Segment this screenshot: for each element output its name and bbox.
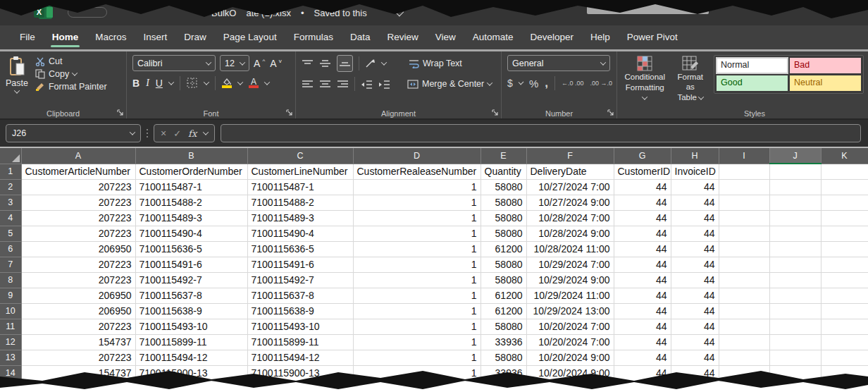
cancel-button[interactable]: × xyxy=(161,128,166,139)
cell-J4[interactable] xyxy=(769,210,821,226)
cell-E1[interactable]: Quantity xyxy=(480,164,526,179)
cell-F3[interactable]: 10/27/2024 9:00 xyxy=(526,195,614,210)
alignment-dialog-launcher[interactable] xyxy=(492,109,499,116)
cell-D7[interactable]: 1 xyxy=(353,257,480,272)
row-header-12[interactable]: 12 xyxy=(0,334,21,350)
underline-button[interactable]: U xyxy=(156,78,163,89)
decrease-indent-button[interactable] xyxy=(361,80,373,89)
cell-A10[interactable]: 206950 xyxy=(21,303,135,319)
cell-K6[interactable] xyxy=(821,241,868,257)
column-header-G[interactable]: G xyxy=(614,148,671,164)
font-size-select[interactable]: 12 xyxy=(220,55,249,71)
cell-F12[interactable]: 10/20/2024 7:00 xyxy=(526,334,614,350)
cell-K2[interactable] xyxy=(821,179,868,195)
cell-D12[interactable]: 1 xyxy=(353,334,480,350)
cell-E10[interactable]: 61200 xyxy=(480,303,526,319)
tab-home[interactable]: Home xyxy=(44,25,87,49)
cell-D11[interactable]: 1 xyxy=(353,319,480,334)
cell-C4[interactable]: 7100115489-3 xyxy=(247,210,353,226)
paste-button[interactable]: Paste xyxy=(6,55,28,94)
tab-file[interactable]: File xyxy=(11,25,44,49)
fill-color-button[interactable] xyxy=(222,78,232,88)
enter-button[interactable]: ✓ xyxy=(173,128,181,139)
cell-H14[interactable]: 44 xyxy=(671,365,719,381)
number-format-select[interactable]: General xyxy=(507,55,610,71)
cell-I8[interactable] xyxy=(719,272,769,288)
tab-draw[interactable]: Draw xyxy=(175,25,215,49)
cell-J1[interactable] xyxy=(769,164,821,179)
percent-style-button[interactable]: % xyxy=(529,78,538,90)
cell-J10[interactable] xyxy=(769,303,821,319)
autosave-toggle[interactable] xyxy=(68,7,107,18)
cell-D4[interactable]: 1 xyxy=(353,210,480,226)
cell-I12[interactable] xyxy=(719,334,769,350)
row-header-5[interactable]: 5 xyxy=(0,226,21,241)
cell-F6[interactable]: 10/28/2024 11:00 xyxy=(526,241,614,257)
cell-I11[interactable] xyxy=(719,319,769,334)
cell-K4[interactable] xyxy=(821,210,868,226)
cell-I3[interactable] xyxy=(719,195,769,210)
cell-E14[interactable]: 33936 xyxy=(480,365,526,381)
cell-A11[interactable]: 207223 xyxy=(21,319,135,334)
cell-J12[interactable] xyxy=(769,334,821,350)
column-header-B[interactable]: B xyxy=(135,148,247,164)
cell-K7[interactable] xyxy=(821,257,868,272)
cell-D6[interactable]: 1 xyxy=(353,241,480,257)
cell-B7[interactable]: 7100115491-6 xyxy=(135,257,247,272)
cell-G4[interactable]: 44 xyxy=(614,210,671,226)
row-header-4[interactable]: 4 xyxy=(0,210,21,226)
cell-I2[interactable] xyxy=(719,179,769,195)
cell-C8[interactable]: 7100115492-7 xyxy=(247,272,353,288)
accounting-format-button[interactable]: $ xyxy=(507,78,513,89)
cell-B1[interactable]: CustomerOrderNumber xyxy=(135,164,247,179)
excel-logo-icon[interactable]: X xyxy=(34,6,52,19)
clipboard-dialog-launcher[interactable] xyxy=(117,109,124,116)
tab-macros[interactable]: Macros xyxy=(87,25,135,49)
cell-J7[interactable] xyxy=(769,257,821,272)
row-header-10[interactable]: 10 xyxy=(0,303,21,319)
cell-J11[interactable] xyxy=(769,319,821,334)
cell-G14[interactable]: 44 xyxy=(614,365,671,381)
formula-input[interactable] xyxy=(221,124,861,142)
middle-align-button[interactable] xyxy=(319,59,331,68)
column-header-D[interactable]: D xyxy=(353,148,480,164)
tab-review[interactable]: Review xyxy=(378,25,426,49)
cell-J5[interactable] xyxy=(769,226,821,241)
cell-K5[interactable] xyxy=(821,226,868,241)
cell-F10[interactable]: 10/29/2024 13:00 xyxy=(526,303,614,319)
decrease-font-size-button[interactable]: Av xyxy=(270,58,276,69)
cell-K8[interactable] xyxy=(821,272,868,288)
row-header-2[interactable]: 2 xyxy=(0,179,21,195)
cell-D3[interactable]: 1 xyxy=(353,195,480,210)
chevron-down-icon[interactable] xyxy=(237,79,243,85)
cell-C9[interactable]: 7100115637-8 xyxy=(247,288,353,303)
cell-I4[interactable] xyxy=(719,210,769,226)
tab-page-layout[interactable]: Page Layout xyxy=(215,25,285,49)
cell-I6[interactable] xyxy=(719,241,769,257)
cell-C13[interactable]: 7100115494-12 xyxy=(247,350,353,365)
column-header-C[interactable]: C xyxy=(247,148,353,164)
chevron-down-icon[interactable] xyxy=(395,7,404,16)
font-name-select[interactable]: Calibri xyxy=(132,55,216,71)
cell-I7[interactable] xyxy=(719,257,769,272)
row-header-13[interactable]: 13 xyxy=(0,350,21,365)
row-header-14[interactable]: 14 xyxy=(0,365,21,381)
cell-D1[interactable]: CustomerRealeaseNumber xyxy=(353,164,480,179)
tab-automate[interactable]: Automate xyxy=(464,25,522,49)
cell-F5[interactable]: 10/28/2024 9:00 xyxy=(526,226,614,241)
chevron-down-icon[interactable] xyxy=(264,79,270,85)
increase-decimal-button[interactable]: ←.0 .00 xyxy=(562,80,584,87)
cell-H2[interactable]: 44 xyxy=(671,179,719,195)
comma-style-button[interactable]: , xyxy=(545,76,548,90)
cell-style-normal[interactable]: Normal xyxy=(717,58,788,73)
cell-G5[interactable]: 44 xyxy=(614,226,671,241)
cell-B11[interactable]: 7100115493-10 xyxy=(135,319,247,334)
cell-F11[interactable]: 10/20/2024 7:00 xyxy=(526,319,614,334)
orientation-button[interactable] xyxy=(365,59,376,68)
cell-J8[interactable] xyxy=(769,272,821,288)
cell-H12[interactable]: 44 xyxy=(671,334,719,350)
cell-G9[interactable]: 44 xyxy=(614,288,671,303)
increase-indent-button[interactable] xyxy=(378,80,390,89)
cell-style-neutral[interactable]: Neutral xyxy=(790,75,861,91)
cell-A13[interactable]: 207223 xyxy=(21,350,135,365)
